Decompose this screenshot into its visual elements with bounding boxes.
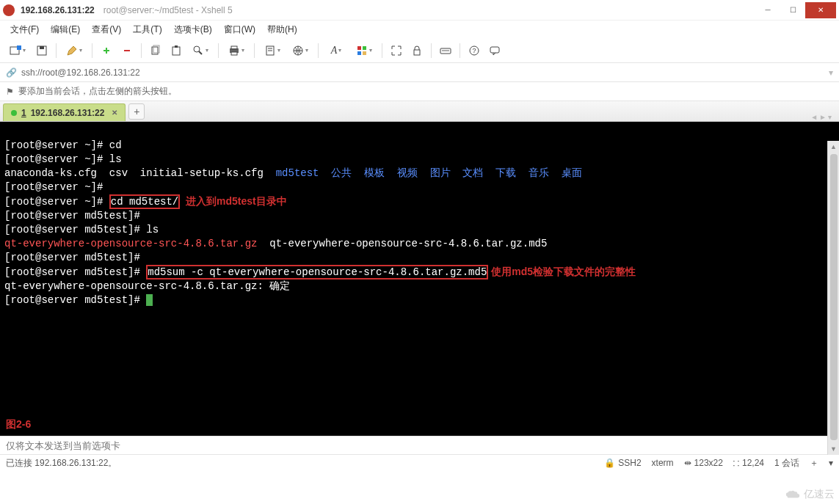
menu-tabs[interactable]: 选项卡(B) <box>170 22 217 37</box>
paste-button[interactable] <box>167 41 186 60</box>
menu-view[interactable]: 查看(V) <box>87 22 126 37</box>
hint-bar: ⚑ 要添加当前会话，点击左侧的箭头按钮。 <box>0 82 839 101</box>
status-pos: ⸬12,24 <box>733 458 764 468</box>
separator <box>254 43 255 58</box>
svg-rect-6 <box>172 47 180 55</box>
window-path: root@server:~/md5test - Xshell 5 <box>103 5 233 15</box>
address-dropdown-icon[interactable]: ▾ <box>829 67 833 78</box>
globe-button[interactable] <box>287 41 313 60</box>
save-button[interactable] <box>32 41 51 60</box>
properties-button[interactable] <box>259 41 286 60</box>
svg-rect-3 <box>40 46 44 49</box>
scroll-up-icon[interactable]: ▲ <box>828 141 839 153</box>
new-session-button[interactable] <box>4 41 31 60</box>
color-button[interactable] <box>351 41 377 60</box>
app-icon <box>3 4 15 16</box>
svg-rect-7 <box>175 45 178 48</box>
send-input[interactable] <box>6 440 829 451</box>
toolbar: A ? <box>0 38 839 63</box>
new-tab-button[interactable]: + <box>128 103 145 120</box>
address-bar: 🔗 ssh://root@192.168.26.131:22 ▾ <box>0 63 839 82</box>
term-line: [root@server ~]# <box>4 181 103 193</box>
separator <box>218 43 219 58</box>
status-ssh: 🔒SSH2 <box>604 458 641 468</box>
svg-rect-21 <box>414 50 420 55</box>
svg-line-9 <box>199 51 202 54</box>
figure-label: 图2-6 <box>6 417 31 431</box>
term-line: [root@server ~]# ls <box>4 153 122 165</box>
terminal[interactable]: [root@server ~]# cd [root@server ~]# ls … <box>0 122 839 436</box>
minimize-button[interactable]: ─ <box>755 2 780 18</box>
term-line: anaconda-ks.cfg csv initial-setup-ks.cfg… <box>4 167 582 179</box>
menu-file[interactable]: 文件(F) <box>6 22 43 37</box>
term-line: [root@server md5test]# <box>4 210 140 222</box>
status-dot-icon <box>11 110 17 116</box>
svg-rect-17 <box>357 46 361 50</box>
svg-rect-20 <box>363 51 366 55</box>
watermark: 亿速云 <box>785 488 835 501</box>
separator <box>431 43 432 58</box>
status-sessions: 1 会话 <box>774 457 799 470</box>
status-term: xterm <box>652 458 674 468</box>
close-button[interactable]: ✕ <box>805 2 836 18</box>
chat-button[interactable] <box>485 41 504 60</box>
menu-help[interactable]: 帮助(H) <box>263 22 302 37</box>
status-bar: 已连接 192.168.26.131:22。 🔒SSH2 xterm ⇹123x… <box>0 455 839 471</box>
fullscreen-button[interactable] <box>387 41 406 60</box>
scroll-thumb[interactable] <box>830 154 838 440</box>
svg-point-27 <box>448 50 449 51</box>
svg-rect-18 <box>363 46 366 50</box>
find-button[interactable] <box>187 41 214 60</box>
svg-rect-1 <box>17 45 21 50</box>
hint-text: 要添加当前会话，点击左侧的箭头按钮。 <box>18 85 177 98</box>
cursor <box>146 294 153 306</box>
svg-point-24 <box>443 50 445 51</box>
address-url[interactable]: ssh://root@192.168.26.131:22 <box>21 67 140 78</box>
tab-number: 1 <box>21 108 26 118</box>
resize-icon: ⇹ <box>684 458 691 468</box>
terminal-scrollbar[interactable]: ▲ ▼ <box>827 141 839 455</box>
term-line: [root@server md5test]# <box>4 252 140 263</box>
menu-edit[interactable]: 编辑(E) <box>46 22 84 37</box>
session-tab[interactable]: 1 192.168.26.131:22 ✕ <box>3 103 126 121</box>
svg-point-23 <box>442 50 443 51</box>
pencil-button[interactable] <box>61 41 87 60</box>
term-line: [root@server md5test]# <box>4 294 153 306</box>
separator <box>92 43 92 58</box>
menu-window[interactable]: 窗口(W) <box>219 22 260 37</box>
window-host: 192.168.26.131:22 <box>21 5 95 15</box>
separator <box>56 43 57 58</box>
tab-list-icon[interactable]: ▾ <box>828 113 832 121</box>
term-line: qt-everywhere-opensource-src-4.8.6.tar.g… <box>4 280 290 292</box>
lock-button[interactable] <box>407 41 426 60</box>
tab-close-icon[interactable]: ✕ <box>112 109 117 117</box>
keyboard-button[interactable] <box>436 41 455 60</box>
grid-icon: ⸬ <box>733 458 739 468</box>
title-bar: 192.168.26.131:22 root@server:~/md5test … <box>0 0 839 21</box>
term-line: [root@server md5test]# ls <box>4 224 159 235</box>
menu-tools[interactable]: 工具(T) <box>128 22 166 37</box>
term-line: [root@server ~]# cd md5test/ 进入到md5test目… <box>4 196 287 208</box>
tab-prev-icon[interactable]: ◄ <box>810 113 818 121</box>
separator <box>318 43 319 58</box>
tab-label: 192.168.26.131:22 <box>31 108 105 118</box>
separator <box>141 43 142 58</box>
svg-rect-30 <box>490 47 499 53</box>
tab-bar: 1 192.168.26.131:22 ✕ + ◄ ► ▾ <box>0 101 839 122</box>
help-button[interactable]: ? <box>465 41 484 60</box>
tab-next-icon[interactable]: ► <box>819 113 827 121</box>
print-button[interactable] <box>223 41 250 60</box>
status-menu-button[interactable]: ▾ <box>829 458 833 468</box>
send-bar: ▾ <box>0 436 839 455</box>
svg-point-25 <box>445 50 446 51</box>
maximize-button[interactable]: ☐ <box>780 2 805 18</box>
scroll-down-icon[interactable]: ▼ <box>828 443 839 455</box>
term-line: qt-everywhere-opensource-src-4.8.6.tar.g… <box>4 238 547 249</box>
status-add-button[interactable]: ＋ <box>810 457 818 470</box>
reconnect-button[interactable] <box>97 41 116 60</box>
term-line: [root@server md5test]# md5sum -c qt-ever… <box>4 266 636 278</box>
copy-button[interactable] <box>146 41 165 60</box>
disconnect-button[interactable] <box>117 41 137 60</box>
font-button[interactable]: A <box>323 41 349 60</box>
svg-rect-19 <box>357 51 361 55</box>
